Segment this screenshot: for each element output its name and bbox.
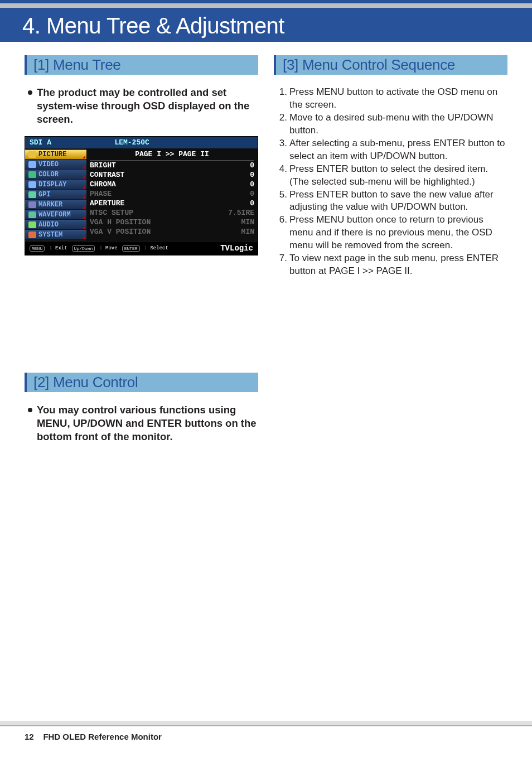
gpi-icon [28, 191, 36, 198]
osd-nav-label: AUDIO [38, 221, 59, 229]
osd-nav-item-display[interactable]: DISPLAY [25, 180, 86, 190]
osd-nav-item-gpi[interactable]: GPI [25, 190, 86, 200]
osd-nav-label: COLOR [38, 171, 59, 179]
step-text: Press ENTER button to save the new value… [289, 189, 507, 214]
step-number: 6. [276, 214, 287, 252]
osd-nav-item-system[interactable]: SYSTEM [25, 230, 86, 240]
osd-screenshot: SDI A LEM-250C PICTUREVIDEOCOLORDISPLAYG… [25, 136, 258, 255]
osd-row[interactable]: VGA H POSITIONMIN [90, 218, 254, 227]
chapter-title: 4. Menu Tree & Adjustment [22, 9, 532, 41]
steps-list: 1.Press MENU button to activate the OSD … [274, 86, 507, 278]
osd-titlebar: SDI A LEM-250C [25, 137, 258, 148]
osd-key-enter: ENTER [122, 245, 140, 252]
osd-row-label: CONTRAST [90, 171, 124, 179]
osd-main-panel: PAGE I >> PAGE II BRIGHT0CONTRAST0CHROMA… [86, 148, 258, 241]
osd-row[interactable]: BRIGHT0 [90, 161, 254, 170]
osd-key-action: : Select [144, 245, 168, 251]
osd-row-label: VGA H POSITION [90, 218, 151, 226]
corner-icon [83, 196, 85, 199]
osd-row-label: CHROMA [90, 180, 116, 189]
color-icon [28, 171, 36, 178]
step-text: After selecting a sub-menu, press ENTER … [289, 137, 507, 163]
step-item: 7.To view next page in the sub menu, pre… [276, 252, 507, 278]
step-item: 5.Press ENTER button to save the new val… [276, 189, 507, 214]
marker-icon [28, 201, 36, 208]
step-text: Press ENTER button to select the desired… [289, 163, 488, 176]
left-column: [1] Menu Tree The product may be control… [25, 55, 258, 454]
osd-row-label: VGA V POSITION [90, 228, 151, 236]
step-number: 3. [276, 137, 287, 163]
page-body: [1] Menu Tree The product may be control… [0, 42, 532, 454]
step-text: To view next page in the sub menu, press… [289, 252, 507, 278]
osd-nav-label: MARKER [38, 201, 62, 209]
osd-footer: MENU: ExitUp/Down: MoveENTER: SelectTVLo… [25, 241, 258, 255]
osd-nav-item-color[interactable]: COLOR [25, 170, 86, 180]
osd-key-action: : Exit [49, 245, 67, 251]
osd-nav-item-waveform[interactable]: WAVEFORM [25, 210, 86, 220]
corner-icon [83, 176, 85, 179]
step-text: Move to a desired sub-menu with the UP/D… [289, 112, 507, 137]
osd-nav-item-audio[interactable]: AUDIO [25, 220, 86, 230]
osd-key-updown: Up/Down [72, 245, 95, 252]
osd-title-left: SDI A [30, 138, 114, 147]
waveform-icon [28, 211, 36, 218]
osd-row-value: 0 [250, 161, 254, 170]
osd-row[interactable]: CONTRAST0 [90, 170, 254, 180]
corner-icon [83, 206, 85, 209]
osd-row-value: MIN [241, 218, 254, 226]
step-item: 6.Press MENU button once to return to pr… [276, 214, 507, 252]
video-icon [28, 161, 36, 168]
corner-icon [83, 166, 85, 168]
audio-icon [28, 221, 36, 228]
osd-nav-label: PICTURE [38, 151, 66, 158]
step-note: (The selected sub-menu will be highlight… [276, 176, 507, 189]
footer-doc-title: FHD OLED Reference Monitor [43, 732, 162, 741]
display-icon [28, 181, 36, 188]
osd-nav-label: VIDEO [38, 161, 59, 168]
osd-page-header: PAGE I >> PAGE II [90, 150, 254, 161]
osd-row[interactable]: CHROMA0 [90, 180, 254, 189]
bullet-icon [28, 408, 32, 412]
page-number: 12 [25, 732, 34, 741]
osd-row[interactable]: VGA V POSITIONMIN [90, 227, 254, 237]
lead-paragraph-menu-control: You may control various functions using … [25, 403, 258, 443]
section-heading-menu-control-sequence: [3] Menu Control Sequence [274, 55, 507, 75]
osd-row[interactable]: PHASE0 [90, 189, 254, 199]
step-item: 1.Press MENU button to activate the OSD … [276, 86, 507, 112]
step-number: 7. [276, 252, 287, 278]
right-column: [3] Menu Control Sequence 1.Press MENU b… [274, 55, 507, 454]
corner-icon [83, 156, 85, 158]
picture-icon [28, 151, 36, 158]
osd-nav-label: DISPLAY [38, 181, 66, 189]
step-text: Press MENU button once to return to prev… [289, 214, 507, 252]
osd-row-label: APERTURE [90, 199, 124, 208]
step-item: 3.After selecting a sub-menu, press ENTE… [276, 137, 507, 163]
osd-rows: BRIGHT0CONTRAST0CHROMA0PHASE0APERTURE0NT… [90, 161, 254, 237]
osd-nav-label: GPI [38, 191, 51, 199]
section-heading-menu-control: [2] Menu Control [25, 373, 258, 392]
osd-row[interactable]: APERTURE0 [90, 199, 254, 208]
osd-row-value: MIN [241, 228, 254, 236]
osd-title-right: LEM-250C [114, 138, 149, 147]
lead-text: You may control various functions using … [37, 403, 258, 443]
osd-brand: TVLogic [220, 244, 253, 253]
corner-icon [83, 186, 85, 189]
step-text: Press MENU button to activate the OSD me… [289, 86, 507, 112]
corner-icon [83, 226, 85, 229]
page-footer: 12 FHD OLED Reference Monitor [0, 725, 532, 757]
osd-row-label: NTSC SETUP [90, 209, 133, 217]
osd-nav-item-picture[interactable]: PICTURE [25, 150, 86, 160]
osd-nav: PICTUREVIDEOCOLORDISPLAYGPIMARKERWAVEFOR… [25, 148, 86, 241]
osd-nav-item-marker[interactable]: MARKER [25, 200, 86, 210]
corner-icon [83, 236, 85, 239]
osd-nav-label: SYSTEM [38, 231, 62, 239]
osd-row[interactable]: NTSC SETUP7.5IRE [90, 208, 254, 218]
step-item: 4.Press ENTER button to select the desir… [276, 163, 507, 176]
osd-key-menu: MENU [30, 245, 45, 252]
step-number: 5. [276, 189, 287, 214]
osd-row-value: 0 [250, 199, 254, 208]
osd-nav-item-video[interactable]: VIDEO [25, 160, 86, 170]
osd-nav-label: WAVEFORM [38, 211, 71, 219]
step-number: 4. [276, 163, 287, 176]
step-item: 2.Move to a desired sub-menu with the UP… [276, 112, 507, 137]
